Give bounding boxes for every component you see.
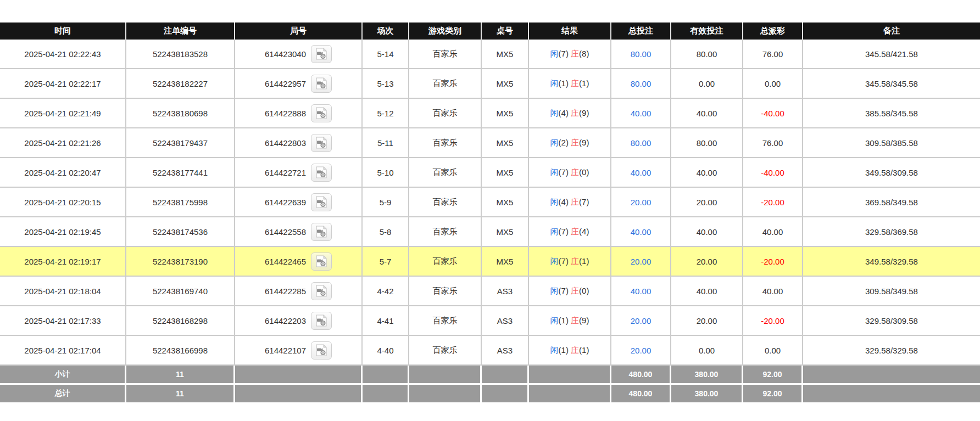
banker-result-score: (1): [579, 78, 589, 88]
game-type-cell: 百家乐: [409, 128, 482, 158]
total-bet-amount[interactable]: 40.00: [631, 109, 652, 118]
table-no-cell: MX5: [482, 217, 529, 247]
video-replay-button[interactable]: [311, 252, 332, 271]
valid-bet-cell: 40.00: [671, 277, 743, 306]
session-cell: 4-41: [363, 306, 409, 336]
payout-cell: 76.00: [743, 128, 803, 158]
video-replay-button[interactable]: [311, 341, 332, 360]
payout-cell: 0.00: [743, 336, 803, 366]
total-bet-cell: 40.00: [611, 277, 671, 306]
total-bet-amount[interactable]: 20.00: [631, 346, 652, 355]
result-cell: 闲(7) 庄(1): [529, 247, 611, 277]
banker-result-score: (0): [579, 167, 589, 177]
total-bet-cell: 80.00: [611, 128, 671, 158]
table-no-cell: MX5: [482, 158, 529, 188]
remark-cell: 369.58/349.58: [803, 188, 980, 217]
time-cell: 2025-04-21 02:21:26: [0, 128, 126, 158]
round-no: 614422957: [265, 79, 306, 88]
remark-cell: 329.58/329.58: [803, 336, 980, 366]
total-bet-amount[interactable]: 40.00: [631, 287, 652, 296]
player-result-score: (7): [559, 286, 569, 295]
total-bet-amount[interactable]: 20.00: [631, 198, 652, 207]
game-type-cell: 百家乐: [409, 247, 482, 277]
valid-bet-cell: 40.00: [671, 158, 743, 188]
result-cell: 闲(7) 庄(4): [529, 217, 611, 247]
banker-result-label: 庄: [571, 138, 579, 147]
banker-result-label: 庄: [571, 286, 579, 295]
banker-result-score: (7): [579, 197, 589, 206]
total-bet-amount[interactable]: 40.00: [631, 168, 652, 177]
total-bet-amount[interactable]: 80.00: [631, 49, 652, 59]
game-type-cell: 百家乐: [409, 40, 482, 69]
bet-no-cell: 522438174536: [126, 217, 235, 247]
video-file-icon: [315, 166, 328, 178]
player-result-label: 闲: [550, 138, 559, 147]
total-bet-cell: 20.00: [611, 188, 671, 217]
total-bet-amount[interactable]: 20.00: [631, 257, 652, 266]
bet-records-table: 时间 注单编号 局号 场次 游戏类别 桌号 结果 总投注 有效投注 总派彩 备注…: [0, 23, 980, 404]
bet-no-cell: 522438183528: [126, 40, 235, 69]
banker-result-label: 庄: [571, 78, 579, 88]
video-replay-button[interactable]: [311, 134, 332, 152]
result-cell: 闲(7) 庄(8): [529, 40, 611, 69]
video-replay-button[interactable]: [311, 45, 332, 63]
video-replay-button[interactable]: [311, 312, 332, 330]
banker-result-label: 庄: [571, 227, 579, 236]
player-result-score: (7): [559, 49, 569, 58]
session-cell: 5-7: [363, 247, 409, 277]
player-result-score: (7): [559, 167, 569, 177]
video-file-icon: [315, 344, 328, 356]
valid-bet-cell: 80.00: [671, 40, 743, 69]
video-replay-button[interactable]: [311, 193, 332, 211]
game-type-cell: 百家乐: [409, 188, 482, 217]
result-cell: 闲(4) 庄(7): [529, 188, 611, 217]
banker-result-label: 庄: [571, 345, 579, 355]
round-no: 614423040: [265, 49, 306, 59]
round-no-cell: 614422721: [235, 158, 363, 188]
grand-total-valid-bet: 380.00: [671, 385, 743, 404]
bet-no-cell: 522438169740: [126, 277, 235, 306]
payout-cell: 40.00: [743, 277, 803, 306]
grand-total-label: 总计: [0, 385, 126, 404]
table-row: 2025-04-21 02:19:17 522438173190 6144224…: [0, 247, 980, 277]
bet-no-cell: 522438175998: [126, 188, 235, 217]
total-bet-amount[interactable]: 80.00: [631, 138, 652, 148]
banker-result-label: 庄: [571, 256, 579, 266]
video-replay-button[interactable]: [311, 223, 332, 241]
total-bet-amount[interactable]: 20.00: [631, 316, 652, 325]
round-no: 614422721: [265, 168, 306, 177]
bet-no-cell: 522438180698: [126, 99, 235, 128]
time-cell: 2025-04-21 02:22:43: [0, 40, 126, 69]
col-header-bet-no: 注单编号: [126, 23, 235, 40]
col-header-time: 时间: [0, 23, 126, 40]
video-file-icon: [315, 285, 328, 297]
round-no: 614422639: [265, 198, 306, 207]
banker-result-score: (0): [579, 286, 589, 295]
banker-result-score: (1): [579, 345, 589, 355]
video-file-icon: [315, 48, 328, 60]
total-bet-amount[interactable]: 40.00: [631, 227, 652, 237]
col-header-table-no: 桌号: [482, 23, 529, 40]
col-header-result: 结果: [529, 23, 611, 40]
valid-bet-cell: 40.00: [671, 99, 743, 128]
bet-no-cell: 522438177441: [126, 158, 235, 188]
total-bet-amount[interactable]: 80.00: [631, 79, 652, 88]
player-result-label: 闲: [550, 256, 559, 266]
round-no-cell: 614422465: [235, 247, 363, 277]
video-replay-button[interactable]: [311, 164, 332, 182]
video-replay-button[interactable]: [311, 75, 332, 93]
grand-total-count: 11: [126, 385, 235, 404]
player-result-label: 闲: [550, 108, 559, 117]
total-bet-cell: 40.00: [611, 217, 671, 247]
video-replay-button[interactable]: [311, 282, 332, 300]
banker-result-label: 庄: [571, 108, 579, 117]
bet-no-cell: 522438179437: [126, 128, 235, 158]
round-no: 614422803: [265, 138, 306, 148]
payout-cell: 40.00: [743, 217, 803, 247]
remark-cell: 349.58/309.58: [803, 158, 980, 188]
video-file-icon: [315, 77, 328, 89]
round-no: 614422285: [265, 287, 306, 296]
round-no-cell: 614423040: [235, 40, 363, 69]
video-replay-button[interactable]: [311, 104, 332, 122]
result-cell: 闲(1) 庄(1): [529, 69, 611, 99]
